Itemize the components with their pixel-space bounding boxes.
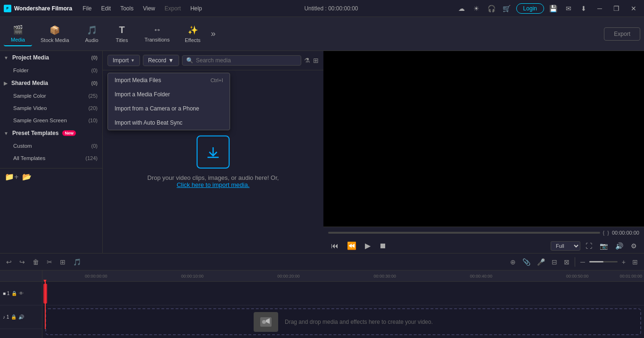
- timeline-caption[interactable]: ⊟: [549, 257, 560, 267]
- project-media-arrow: ▼: [4, 55, 8, 60]
- settings-icon[interactable]: ⚙: [628, 241, 639, 251]
- drop-text: Drop your video clips, images, or audio …: [148, 174, 279, 188]
- timeline-cut[interactable]: ✂: [44, 257, 55, 267]
- search-input[interactable]: [196, 57, 297, 64]
- zoom-slider[interactable]: [589, 261, 618, 262]
- filter-icon[interactable]: ⚗: [304, 57, 310, 64]
- dropdown-import-beat[interactable]: Import with Auto Beat Sync: [108, 116, 230, 130]
- ruler-label-space: [0, 270, 42, 282]
- play-button[interactable]: ▶: [362, 240, 373, 251]
- cart-icon[interactable]: 🛒: [501, 3, 512, 14]
- playhead-marker: ▼: [42, 278, 48, 284]
- menu-view[interactable]: View: [138, 3, 160, 14]
- step-back-button[interactable]: ⏪: [344, 240, 359, 251]
- timeline-redo[interactable]: ↪: [17, 257, 27, 267]
- toolbar-titles[interactable]: T Titles: [108, 22, 136, 46]
- import-button[interactable]: Import ▼: [107, 55, 140, 66]
- toolbar-more-button[interactable]: »: [209, 27, 217, 41]
- timeline-audio[interactable]: 🎵: [71, 257, 83, 267]
- titles-icon: T: [119, 25, 124, 35]
- sidebar-item-all-templates[interactable]: All Templates (124): [0, 152, 102, 164]
- maximize-button[interactable]: ❐: [610, 3, 623, 14]
- preview-screen: [323, 51, 644, 227]
- drop-link[interactable]: Click here to import media.: [177, 181, 250, 188]
- search-box: 🔍: [182, 55, 301, 66]
- grid-icon[interactable]: ⊞: [313, 57, 319, 64]
- timeline-delete[interactable]: 🗑: [30, 257, 41, 267]
- skip-back-button[interactable]: ⏮: [328, 241, 341, 251]
- main-toolbar: 🎬 Media 📦 Stock Media 🎵 Audio T Titles ↔…: [0, 17, 644, 51]
- download-icon[interactable]: ⬇: [578, 3, 589, 14]
- timeline-clip[interactable]: 📎: [520, 257, 533, 267]
- cloud-icon[interactable]: ☁: [456, 3, 467, 14]
- minimize-button[interactable]: ─: [593, 3, 606, 14]
- sidebar-item-sample-color[interactable]: Sample Color (25): [0, 90, 102, 102]
- track-labels: ■ 1 🔒 👁 ♪ 1 🔒 🔊: [0, 270, 42, 338]
- export-button[interactable]: Export: [604, 27, 640, 41]
- close-button[interactable]: ✕: [627, 3, 640, 14]
- timeline-adjust[interactable]: ⊞: [58, 257, 68, 267]
- sample-video-count: (20): [88, 105, 98, 111]
- menu-export[interactable]: Export: [160, 3, 186, 14]
- media-toolbar: Import ▼ Record ▼ 🔍 ⚗ ⊞: [103, 51, 323, 70]
- menu-tools[interactable]: Tools: [116, 3, 138, 14]
- save-icon[interactable]: 💾: [548, 3, 559, 14]
- window-title: Untitled : 00:00:00:00: [304, 5, 358, 12]
- custom-count: (0): [91, 143, 98, 149]
- search-icon: 🔍: [186, 57, 193, 64]
- toolbar-stock-media[interactable]: 📦 Stock Media: [34, 22, 76, 46]
- dropdown-import-files[interactable]: Import Media Files Ctrl+I: [108, 73, 230, 87]
- fullscreen-icon[interactable]: ⛶: [583, 241, 594, 251]
- record-chevron-icon: ▼: [168, 57, 174, 64]
- sidebar-item-sample-green-screen[interactable]: Sample Green Screen (10): [0, 114, 102, 127]
- playhead: ▼: [45, 282, 46, 329]
- folder-open-icon[interactable]: 📂: [22, 172, 32, 181]
- mail-icon[interactable]: ✉: [563, 3, 574, 14]
- stop-button[interactable]: ⏹: [376, 241, 389, 251]
- toolbar-transitions[interactable]: ↔ Transitions: [138, 22, 176, 45]
- sample-green-count: (10): [88, 118, 98, 123]
- timeline-undo[interactable]: ↩: [4, 257, 14, 267]
- dropdown-import-camera[interactable]: Import from a Camera or a Phone: [108, 101, 230, 116]
- audio-lock-icon[interactable]: 🔒: [11, 314, 17, 320]
- video-track-row[interactable]: [42, 282, 644, 305]
- audio-mute-icon[interactable]: 🔊: [18, 314, 24, 320]
- add-folder-icon[interactable]: 📁+: [5, 172, 18, 181]
- sidebar: ▼ Project Media (0) Folder (0) ▶ Shared …: [0, 51, 103, 253]
- drop-icon: [197, 135, 230, 169]
- menu-help[interactable]: Help: [186, 3, 207, 14]
- menu-file[interactable]: File: [78, 3, 96, 14]
- dropdown-import-folder[interactable]: Import a Media Folder: [108, 87, 230, 101]
- toolbar-effects[interactable]: ✨ Effects: [178, 22, 207, 46]
- snapshot-icon[interactable]: 📷: [597, 241, 610, 251]
- toolbar-media[interactable]: 🎬 Media: [4, 22, 32, 46]
- timeline-snap[interactable]: ⊕: [508, 257, 518, 267]
- timeline-zoom-out[interactable]: ─: [578, 257, 587, 267]
- sidebar-item-preset-templates[interactable]: ▼ Preset Templates New: [0, 127, 102, 140]
- sidebar-item-custom[interactable]: Custom (0): [0, 140, 102, 152]
- lock-icon[interactable]: 🔒: [11, 291, 17, 296]
- timeline-mic[interactable]: 🎤: [535, 257, 547, 267]
- shared-media-arrow: ▶: [4, 81, 8, 86]
- preview-slider[interactable]: [328, 232, 600, 234]
- record-button[interactable]: Record ▼: [143, 55, 179, 66]
- toolbar-audio[interactable]: 🎵 Audio: [78, 22, 106, 46]
- timeline-ruler: 00:00:00:00 00:00:10:00 00:00:20:00 00:0…: [42, 270, 644, 282]
- sidebar-item-shared-media[interactable]: ▶ Shared Media (0): [0, 76, 102, 90]
- sample-color-label: Sample Color: [13, 93, 46, 99]
- menu-edit[interactable]: Edit: [96, 3, 116, 14]
- volume-icon[interactable]: 🔊: [613, 241, 626, 251]
- timeline-fit[interactable]: ⊞: [630, 257, 640, 267]
- media-icon: 🎬: [13, 25, 23, 35]
- sidebar-item-folder[interactable]: Folder (0): [0, 64, 102, 76]
- sun-icon[interactable]: ☀: [471, 3, 482, 14]
- headset-icon[interactable]: 🎧: [486, 3, 497, 14]
- login-button[interactable]: Login: [516, 3, 544, 14]
- eye-icon[interactable]: 👁: [19, 291, 24, 296]
- sidebar-item-project-media[interactable]: ▼ Project Media (0): [0, 51, 102, 64]
- timeline-zoom-in[interactable]: +: [619, 257, 628, 267]
- zoom-select[interactable]: Full 150% 100% 75% 50%: [551, 241, 580, 251]
- timeline-subtitle[interactable]: ⊠: [561, 257, 572, 267]
- timeline-drop-zone[interactable]: Drag and drop media and effects here to …: [45, 308, 641, 335]
- sidebar-item-sample-video[interactable]: Sample Video (20): [0, 102, 102, 114]
